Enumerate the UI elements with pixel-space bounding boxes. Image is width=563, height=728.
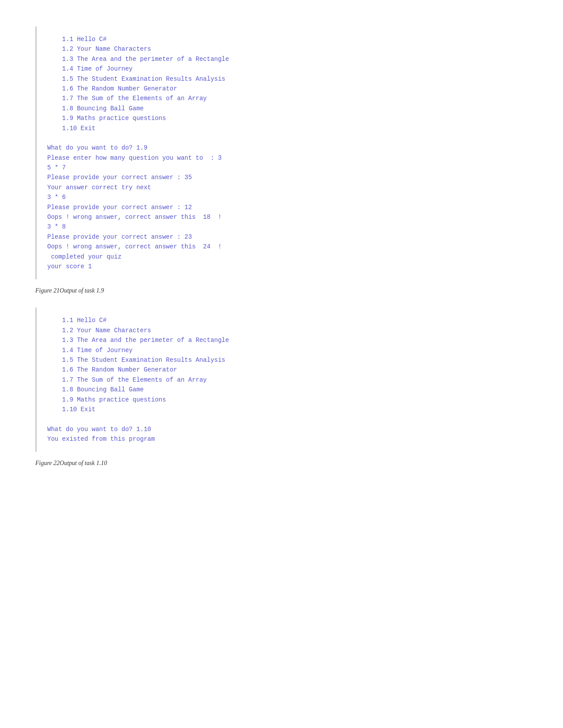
figure-21-block: 1.1 Hello C# 1.2 Your Name Characters 1.… [35, 26, 528, 294]
figure-22-caption: Figure 22Output of task 1.10 [35, 460, 528, 467]
figure-22-block: 1.1 Hello C# 1.2 Your Name Characters 1.… [35, 308, 528, 467]
figure-21-caption: Figure 21Output of task 1.9 [35, 287, 528, 294]
figure-21-code: 1.1 Hello C# 1.2 Your Name Characters 1.… [35, 26, 528, 279]
figure-22-code: 1.1 Hello C# 1.2 Your Name Characters 1.… [35, 308, 528, 452]
